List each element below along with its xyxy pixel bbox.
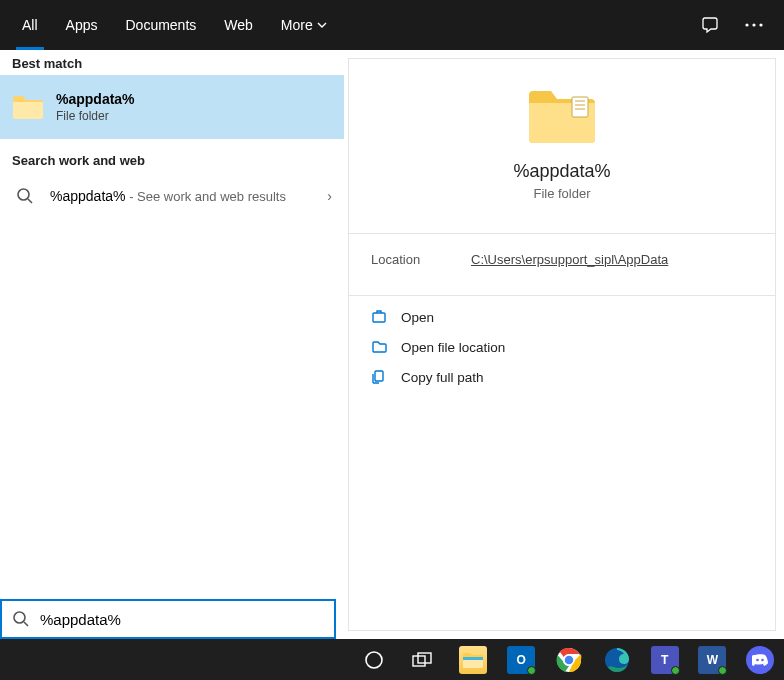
teams-icon: T (651, 646, 679, 674)
search-icon (16, 187, 34, 205)
svg-line-12 (24, 622, 28, 626)
svg-point-0 (745, 23, 748, 26)
svg-rect-5 (572, 97, 588, 117)
taskbar-teams[interactable]: T (641, 639, 689, 680)
best-match-title: %appdata% (56, 91, 332, 107)
detail-sub: File folder (533, 186, 590, 201)
web-result-suffix: - See work and web results (126, 189, 286, 204)
svg-rect-9 (373, 313, 385, 322)
actions-list: Open Open file location Copy full path (349, 296, 775, 398)
tab-apps[interactable]: Apps (52, 0, 112, 50)
feedback-button[interactable] (688, 0, 732, 50)
svg-point-1 (752, 23, 755, 26)
chrome-icon (555, 646, 583, 674)
svg-point-13 (366, 652, 382, 668)
preview: %appdata% File folder (349, 59, 775, 223)
svg-point-22 (756, 658, 759, 661)
task-view-button[interactable] (398, 639, 446, 680)
search-box[interactable] (0, 599, 336, 639)
taskbar-outlook[interactable]: O (497, 639, 545, 680)
location-link[interactable]: C:\Users\erpsupport_sipl\AppData (471, 252, 668, 267)
word-icon: W (698, 646, 726, 674)
action-open[interactable]: Open (371, 302, 753, 332)
tab-documents[interactable]: Documents (111, 0, 210, 50)
tab-all[interactable]: All (8, 0, 52, 50)
section-best-match: Best match (0, 50, 344, 75)
task-view-icon (412, 652, 432, 668)
web-result-query: %appdata% (50, 188, 126, 204)
outlook-icon: O (507, 646, 535, 674)
svg-rect-10 (375, 371, 383, 381)
taskbar-edge[interactable] (593, 639, 641, 680)
section-web: Search work and web (0, 147, 344, 172)
svg-point-11 (14, 612, 25, 623)
tab-more[interactable]: More (267, 0, 341, 50)
ellipsis-icon (745, 23, 763, 27)
folder-icon-large (526, 87, 598, 145)
taskbar-explorer[interactable] (450, 639, 498, 680)
copy-icon (371, 369, 387, 385)
taskbar-discord[interactable] (736, 639, 784, 680)
svg-line-4 (28, 199, 32, 203)
discord-icon (746, 646, 774, 674)
svg-rect-17 (463, 657, 483, 660)
action-open-location[interactable]: Open file location (371, 332, 753, 362)
content: Best match %appdata% File folder Search … (0, 50, 784, 639)
folder-icon (12, 91, 44, 123)
svg-rect-14 (413, 656, 425, 666)
feedback-icon (700, 15, 720, 35)
tab-more-label: More (281, 17, 313, 33)
chevron-down-icon (317, 20, 327, 30)
action-copy-path[interactable]: Copy full path (371, 362, 753, 392)
search-tabs: All Apps Documents Web More (0, 0, 784, 50)
taskbar-word[interactable]: W (688, 639, 736, 680)
detail-title: %appdata% (513, 161, 610, 182)
cortana-button[interactable] (350, 639, 398, 680)
search-input[interactable] (40, 611, 324, 628)
results-pane: Best match %appdata% File folder Search … (0, 50, 344, 639)
tab-web[interactable]: Web (210, 0, 267, 50)
chevron-right-icon: › (327, 188, 332, 204)
explorer-icon (459, 646, 487, 674)
folder-open-icon (371, 339, 387, 355)
svg-point-23 (761, 658, 764, 661)
action-open-label: Open (401, 310, 434, 325)
svg-point-3 (18, 189, 29, 200)
web-result-row[interactable]: %appdata% - See work and web results › (0, 172, 344, 220)
best-match-row[interactable]: %appdata% File folder (0, 75, 344, 139)
edge-icon (603, 646, 631, 674)
svg-point-2 (759, 23, 762, 26)
action-copy-path-label: Copy full path (401, 370, 484, 385)
location-label: Location (371, 252, 471, 267)
search-icon (12, 610, 30, 628)
circle-icon (364, 650, 384, 670)
action-open-location-label: Open file location (401, 340, 505, 355)
location-row: Location C:\Users\erpsupport_sipl\AppDat… (349, 234, 775, 285)
open-icon (371, 309, 387, 325)
best-match-sub: File folder (56, 109, 332, 123)
detail-pane: %appdata% File folder Location C:\Users\… (348, 58, 776, 631)
taskbar: O T W (0, 639, 784, 680)
options-button[interactable] (732, 0, 776, 50)
taskbar-chrome[interactable] (545, 639, 593, 680)
